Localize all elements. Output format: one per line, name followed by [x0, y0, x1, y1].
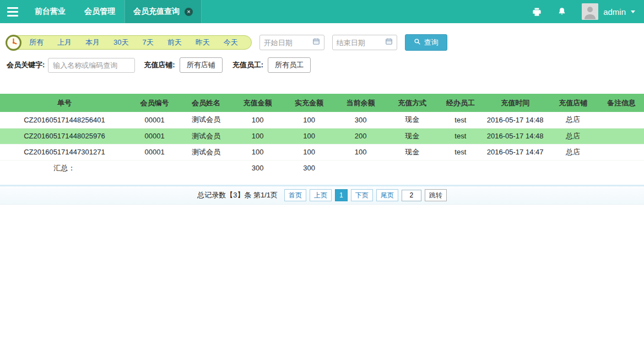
topbar: 前台营业 会员管理 会员充值查询 × admin [0, 0, 644, 23]
col-payment-method: 充值方式 [386, 94, 438, 112]
recharge-table: 单号 会员编号 会员姓名 充值金额 实充金额 当前余额 充值方式 经办员工 充值… [0, 94, 644, 176]
end-date-field[interactable] [332, 35, 397, 50]
caret-down-icon [631, 10, 635, 13]
quick-date-last-month[interactable]: 上月 [57, 38, 72, 47]
jump-button[interactable]: 跳转 [425, 189, 447, 201]
menu-icon[interactable] [0, 0, 25, 23]
nav-member-management[interactable]: 会员管理 [75, 0, 125, 23]
quick-date-7days[interactable]: 7天 [142, 38, 153, 47]
nav-front-desk[interactable]: 前台营业 [25, 0, 75, 23]
cell-member-id: 00001 [129, 112, 181, 128]
cell-payment-method: 现金 [386, 144, 438, 160]
cell-empty [386, 160, 438, 176]
search-icon [414, 38, 421, 47]
topbar-right: admin [532, 0, 644, 23]
cell-recharge-time: 2016-05-17 14:48 [483, 112, 548, 128]
next-page-button[interactable]: 下页 [351, 189, 373, 201]
cell-operator: test [438, 112, 483, 128]
cell-order-no: CZ201605171447301271 [0, 144, 129, 160]
calendar-icon[interactable] [312, 38, 320, 47]
cell-empty [180, 160, 232, 176]
summary-recharge-total: 300 [232, 160, 284, 176]
cell-store: 总店 [548, 112, 599, 128]
prev-page-button[interactable]: 上页 [310, 189, 332, 201]
cell-recharge-amount: 100 [232, 144, 284, 160]
table-header-row: 单号 会员编号 会员姓名 充值金额 实充金额 当前余额 充值方式 经办员工 充值… [0, 94, 644, 112]
quick-date-yesterday[interactable]: 昨天 [196, 38, 210, 47]
query-button[interactable]: 查询 [405, 34, 447, 51]
cell-member-id: 00001 [129, 144, 181, 160]
cell-recharge-time: 2016-05-17 14:47 [483, 144, 548, 160]
staff-label: 充值员工: [232, 60, 263, 70]
cell-empty [438, 160, 483, 176]
table-row[interactable]: CZ201605171447301271 00001 测试会员 100 100 … [0, 144, 644, 160]
quick-date-30days[interactable]: 30天 [113, 38, 128, 47]
cell-recharge-amount: 100 [232, 128, 284, 144]
cell-member-name: 测试会员 [180, 144, 232, 160]
end-date-input[interactable] [337, 39, 382, 47]
jump-page-input[interactable] [402, 190, 421, 201]
cell-current-balance: 300 [335, 112, 387, 128]
col-current-balance: 当前余额 [335, 94, 387, 112]
col-member-name: 会员姓名 [180, 94, 232, 112]
quick-date-all[interactable]: 所有 [29, 38, 44, 47]
printer-icon[interactable] [532, 7, 542, 17]
staff-filter-button[interactable]: 所有员工 [268, 57, 311, 73]
keyword-input[interactable] [48, 58, 135, 73]
summary-actual-total: 300 [283, 160, 335, 176]
table-row-selected[interactable]: CZ201605171448025976 00001 测试会员 100 100 … [0, 128, 644, 144]
pagination-bar: 总记录数【3】条 第1/1页 首页 上页 1 下页 尾页 跳转 [0, 185, 644, 205]
filter-row-dates: 所有 上月 本月 30天 7天 前天 昨天 今天 查询 [7, 34, 644, 51]
quick-date-today[interactable]: 今天 [224, 38, 238, 47]
col-recharge-time: 充值时间 [483, 94, 548, 112]
cell-empty [335, 160, 387, 176]
table-row[interactable]: CZ201605171448256401 00001 测试会员 100 100 … [0, 112, 644, 128]
quick-date-this-month[interactable]: 本月 [85, 38, 100, 47]
cell-operator: test [438, 144, 483, 160]
cell-empty [483, 160, 548, 176]
store-label: 充值店铺: [144, 60, 175, 70]
quick-date-day-before[interactable]: 前天 [167, 38, 182, 47]
cell-payment-method: 现金 [386, 112, 438, 128]
quick-date-filter: 所有 上月 本月 30天 7天 前天 昨天 今天 [7, 35, 252, 50]
cell-empty [129, 160, 181, 176]
cell-member-name: 测试会员 [180, 128, 232, 144]
current-page-button[interactable]: 1 [335, 189, 348, 201]
avatar [582, 3, 598, 20]
cell-member-id: 00001 [129, 128, 181, 144]
col-store: 充值店铺 [548, 94, 599, 112]
cell-actual-amount: 100 [283, 128, 335, 144]
cell-actual-amount: 100 [283, 112, 335, 128]
cell-order-no: CZ201605171448256401 [0, 112, 129, 128]
store-filter-button[interactable]: 所有店铺 [180, 57, 223, 73]
last-page-button[interactable]: 尾页 [376, 189, 398, 201]
cell-payment-method: 现金 [386, 128, 438, 144]
first-page-button[interactable]: 首页 [284, 189, 306, 201]
start-date-input[interactable] [264, 39, 309, 47]
cell-operator: test [438, 128, 483, 144]
query-button-label: 查询 [424, 38, 439, 47]
col-actual-amount: 实充金额 [283, 94, 335, 112]
user-menu[interactable]: admin [582, 3, 635, 20]
cell-current-balance: 100 [335, 144, 387, 160]
calendar-icon[interactable] [385, 38, 393, 47]
cell-recharge-time: 2016-05-17 14:48 [483, 128, 548, 144]
col-remark: 备注信息 [599, 94, 644, 112]
col-order-no: 单号 [0, 94, 129, 112]
filter-row-keyword: 会员关键字: 充值店铺: 所有店铺 充值员工: 所有员工 [7, 57, 644, 73]
cell-store: 总店 [548, 144, 599, 160]
keyword-label: 会员关键字: [7, 60, 45, 70]
record-summary: 总记录数【3】条 第1/1页 [197, 190, 278, 200]
cell-remark [599, 144, 644, 160]
clock-icon [5, 34, 22, 51]
cell-store: 总店 [548, 128, 599, 144]
cell-actual-amount: 100 [283, 144, 335, 160]
cell-remark [599, 128, 644, 144]
close-icon[interactable]: × [185, 8, 193, 16]
bell-icon[interactable] [558, 7, 566, 17]
col-recharge-amount: 充值金额 [232, 94, 284, 112]
cell-remark [599, 112, 644, 128]
cell-empty [548, 160, 599, 176]
start-date-field[interactable] [259, 35, 324, 50]
tab-recharge-query[interactable]: 会员充值查询 × [125, 0, 202, 23]
